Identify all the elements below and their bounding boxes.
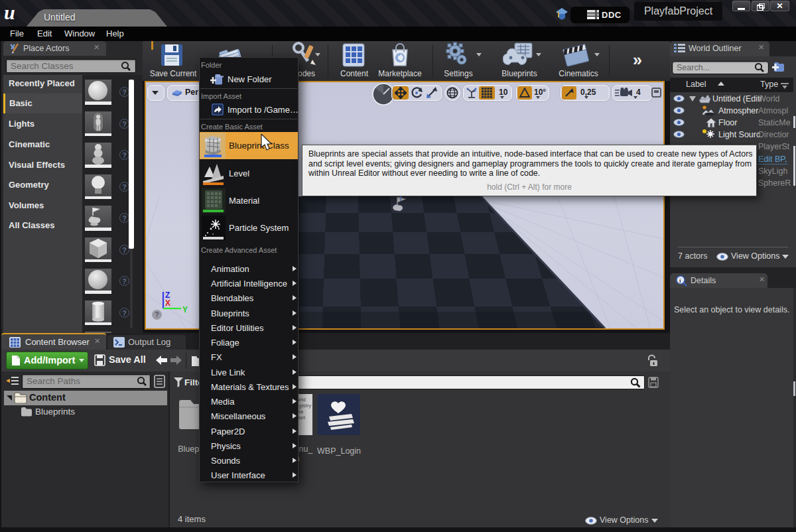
svg-text:Y: Y	[182, 305, 188, 314]
svg-text:X: X	[165, 299, 170, 308]
